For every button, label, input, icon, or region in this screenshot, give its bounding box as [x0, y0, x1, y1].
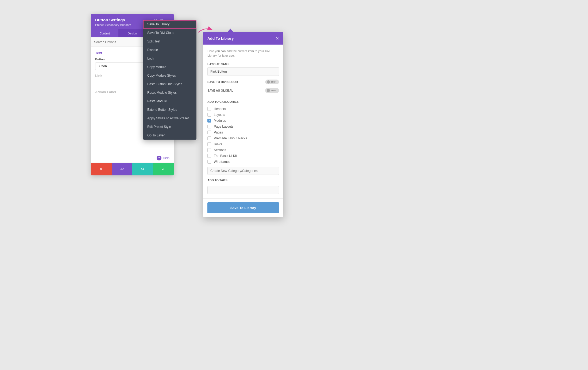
category-basic-ui-kit: The Basic UI Kit	[207, 153, 279, 159]
cancel-button[interactable]: ✕	[91, 163, 112, 175]
context-menu-item-split-test[interactable]: Split Test	[143, 37, 196, 46]
basic-ui-kit-checkbox[interactable]	[207, 154, 211, 158]
modal-description: Here you can add the current item to you…	[207, 49, 279, 58]
layouts-checkbox[interactable]	[207, 113, 211, 117]
headers-checkbox[interactable]	[207, 107, 211, 111]
context-menu-item-disable[interactable]: Disable	[143, 46, 196, 54]
layouts-label: Layouts	[214, 113, 225, 117]
undo-button[interactable]: ↩	[112, 163, 133, 175]
category-page-layouts: Page Layouts	[207, 124, 279, 129]
divider	[207, 97, 279, 97]
page-layouts-checkbox[interactable]	[207, 125, 211, 128]
pages-label: Pages	[214, 131, 223, 134]
toggle-off-global-label: OFF	[271, 89, 276, 92]
context-menu-item-copy-module[interactable]: Copy Module	[143, 63, 196, 71]
save-to-divi-cloud-toggle[interactable]: OFF	[265, 80, 279, 84]
rows-checkbox[interactable]	[207, 142, 211, 146]
modules-label: Modules	[214, 119, 226, 123]
redo-button[interactable]: ↪	[132, 163, 153, 175]
category-rows: Rows	[207, 141, 279, 147]
tab-content[interactable]: Content	[91, 29, 118, 37]
modal-footer: Save To Library	[203, 198, 283, 217]
toggle-off-label: OFF	[271, 81, 276, 83]
context-menu-item-copy-module-styles[interactable]: Copy Module Styles	[143, 71, 196, 80]
categories-list: Headers Layouts Modules Page Layouts Pag…	[207, 106, 279, 165]
modal-title: Add To Library	[207, 36, 234, 41]
panel-title: Button Settings	[95, 18, 125, 22]
sections-checkbox[interactable]	[207, 148, 211, 152]
context-menu-item-apply-styles[interactable]: Apply Styles To Active Preset	[143, 114, 196, 123]
category-sections: Sections	[207, 147, 279, 153]
context-menu-item-paste-button-one-styles[interactable]: Paste Button One Styles	[143, 80, 196, 88]
wireframes-label: Wireframes	[214, 160, 230, 164]
add-to-categories-label: Add To Categories	[207, 100, 279, 103]
modal-arrow-up	[227, 29, 234, 32]
undo-icon: ↩	[120, 167, 124, 171]
context-menu-item-save-to-library[interactable]: Save To Library	[143, 20, 196, 29]
save-as-global-label: Save as Global	[207, 89, 233, 92]
premade-layout-packs-checkbox[interactable]	[207, 136, 211, 140]
help-button[interactable]: ? Help	[95, 156, 169, 160]
context-menu-item-paste-module[interactable]: Paste Module	[143, 97, 196, 105]
modal-close-button[interactable]: ✕	[276, 36, 279, 41]
context-menu-item-go-to-layer[interactable]: Go To Layer	[143, 131, 196, 140]
cancel-icon: ✕	[99, 167, 103, 171]
confirm-icon: ✓	[162, 167, 165, 171]
pages-checkbox[interactable]	[207, 131, 211, 134]
context-menu-item-extend-button-styles[interactable]: Extend Button Styles	[143, 105, 196, 114]
toggle-dot	[267, 80, 270, 84]
toggle-dot-global	[267, 89, 270, 92]
category-layouts: Layouts	[207, 112, 279, 118]
modules-checkbox[interactable]	[207, 119, 211, 123]
context-menu: Save To Library Save To Divi Cloud Split…	[143, 20, 196, 140]
redo-icon: ↪	[141, 167, 144, 171]
context-menu-item-edit-preset-style[interactable]: Edit Preset Style	[143, 123, 196, 131]
help-circle-icon: ?	[157, 156, 161, 160]
tags-input[interactable]	[207, 186, 279, 194]
headers-label: Headers	[214, 107, 226, 111]
tags-section: Add To Tags	[207, 179, 279, 194]
add-to-library-modal: Add To Library ✕ Here you can add the cu…	[203, 32, 283, 217]
category-wireframes: Wireframes	[207, 159, 279, 165]
save-to-divi-cloud-label: Save To Divi Cloud	[207, 80, 238, 84]
category-premade-layout-packs: Premade Layout Packs	[207, 135, 279, 141]
save-as-global-toggle[interactable]: OFF	[265, 88, 279, 93]
layout-name-group: Layout Name	[207, 62, 279, 76]
category-pages: Pages	[207, 129, 279, 135]
context-menu-item-reset-module-styles[interactable]: Reset Module Styles	[143, 88, 196, 97]
wireframes-checkbox[interactable]	[207, 160, 211, 164]
basic-ui-kit-label: The Basic UI Kit	[214, 154, 237, 158]
context-menu-item-lock[interactable]: Lock	[143, 54, 196, 63]
save-as-global-row: Save as Global OFF	[207, 88, 279, 93]
add-to-tags-label: Add To Tags	[207, 179, 279, 182]
save-to-divi-cloud-row: Save To Divi Cloud OFF	[207, 80, 279, 84]
modal-header: Add To Library ✕	[203, 32, 283, 45]
layout-name-label: Layout Name	[207, 62, 279, 66]
tab-design[interactable]: Design	[118, 29, 146, 37]
category-modules: Modules	[207, 118, 279, 124]
new-category-input[interactable]	[207, 167, 279, 175]
panel-footer: ✕ ↩ ↪ ✓	[91, 163, 174, 175]
sections-label: Sections	[214, 148, 226, 152]
save-to-library-button[interactable]: Save To Library	[207, 202, 279, 213]
category-headers: Headers	[207, 106, 279, 112]
layout-name-input[interactable]	[207, 67, 279, 76]
page-layouts-label: Page Layouts	[214, 125, 233, 128]
confirm-button[interactable]: ✓	[153, 163, 174, 175]
modal-body: Here you can add the current item to you…	[203, 45, 283, 198]
rows-label: Rows	[214, 142, 222, 146]
premade-layout-packs-label: Premade Layout Packs	[214, 136, 247, 140]
context-menu-item-save-to-divi-cloud[interactable]: Save To Divi Cloud	[143, 29, 196, 37]
help-label: Help	[163, 156, 169, 160]
